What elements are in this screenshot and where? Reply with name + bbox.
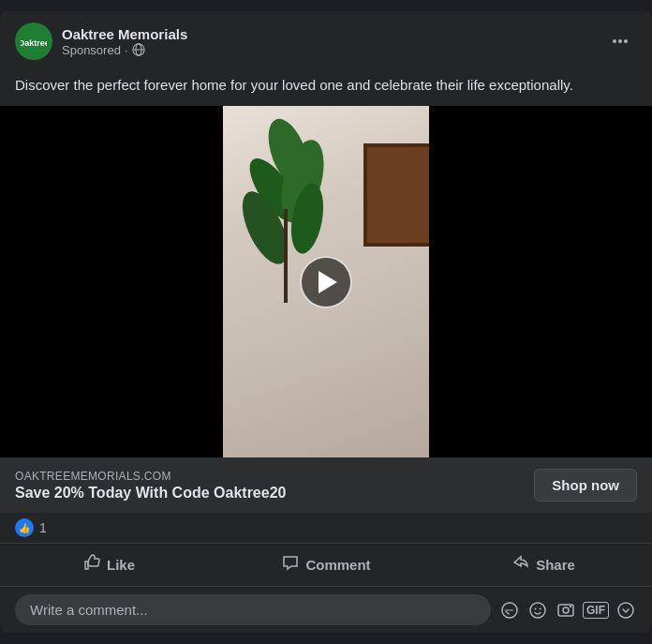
- post-text: Discover the perfect forever home for yo…: [0, 71, 652, 106]
- svg-point-5: [613, 39, 616, 43]
- comment-button[interactable]: Comment: [217, 544, 435, 586]
- card-header: Oaktree Oaktree Memorials Sponsored ·: [0, 11, 652, 71]
- photo-button[interactable]: [555, 599, 577, 622]
- like-label: Like: [107, 557, 135, 573]
- cta-site: OAKTREEMEMORIALS.COM: [15, 470, 286, 483]
- comment-icon: [281, 553, 300, 577]
- more-emoji-button[interactable]: [615, 599, 637, 622]
- emoji-button[interactable]: [526, 599, 549, 622]
- svg-point-15: [530, 603, 545, 618]
- play-button[interactable]: [300, 256, 352, 308]
- svg-point-17: [540, 607, 541, 609]
- svg-rect-20: [570, 606, 571, 607]
- sticker-button[interactable]: [498, 599, 521, 622]
- avatar[interactable]: Oaktree: [15, 22, 52, 60]
- video-left-black: [0, 106, 223, 457]
- play-icon: [319, 271, 337, 293]
- comment-label: Comment: [305, 557, 370, 573]
- action-bar: Like Comment Share: [0, 544, 652, 587]
- reaction-count: 1: [39, 520, 47, 535]
- share-label: Share: [536, 557, 575, 573]
- page-name[interactable]: Oaktree Memorials: [62, 26, 187, 42]
- plant: [237, 115, 321, 284]
- comment-row: GIF: [0, 587, 652, 633]
- svg-point-7: [624, 39, 628, 43]
- svg-point-19: [563, 607, 569, 613]
- reactions-bar: 👍 1: [0, 513, 652, 544]
- comment-input[interactable]: [15, 594, 491, 625]
- emoji-actions: GIF: [498, 599, 637, 622]
- cta-text-block: OAKTREEMEMORIALS.COM Save 20% Today With…: [15, 470, 286, 502]
- page-info: Oaktree Memorials Sponsored ·: [62, 26, 187, 57]
- header-left: Oaktree Oaktree Memorials Sponsored ·: [15, 22, 187, 60]
- like-icon: [82, 553, 101, 577]
- share-icon: [511, 553, 530, 577]
- cta-bar: OAKTREEMEMORIALS.COM Save 20% Today With…: [0, 457, 652, 513]
- svg-point-6: [618, 39, 622, 43]
- globe-icon: [132, 43, 145, 56]
- gif-button[interactable]: GIF: [583, 602, 609, 619]
- video-right-black: [429, 106, 652, 457]
- dot-separator: ·: [125, 43, 128, 57]
- picture-frame: [363, 143, 429, 247]
- svg-rect-13: [284, 209, 288, 303]
- share-button[interactable]: Share: [435, 544, 652, 586]
- more-options-button[interactable]: [603, 28, 637, 54]
- svg-point-21: [618, 603, 633, 618]
- like-button[interactable]: Like: [0, 544, 217, 586]
- shop-now-button[interactable]: Shop now: [534, 469, 637, 502]
- svg-text:Oaktree: Oaktree: [21, 38, 47, 48]
- cta-headline: Save 20% Today With Code Oaktree20: [15, 485, 286, 502]
- facebook-ad-card: Oaktree Oaktree Memorials Sponsored ·: [0, 11, 652, 633]
- like-icon: 👍: [19, 523, 30, 533]
- like-badge: 👍: [15, 518, 34, 537]
- svg-point-16: [535, 607, 537, 609]
- sponsored-label: Sponsored: [62, 43, 121, 57]
- sponsored-row: Sponsored ·: [62, 43, 187, 57]
- video-container[interactable]: [0, 106, 652, 457]
